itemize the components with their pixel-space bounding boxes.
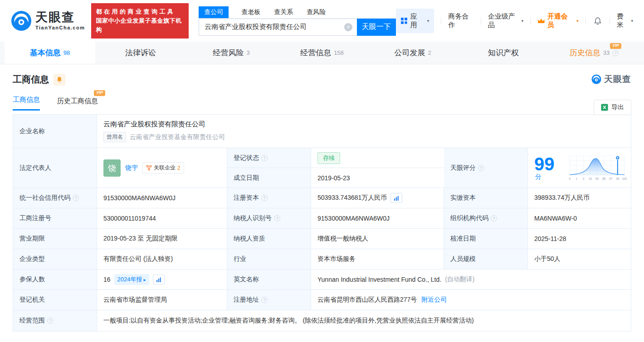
search-tab-relation[interactable]: 查关系 — [273, 6, 294, 18]
clear-input-icon[interactable]: × — [344, 23, 352, 31]
score-unit: 分 — [535, 173, 542, 180]
svg-text:1: 1 — [576, 177, 577, 180]
field-label: 纳税人资质 — [227, 229, 311, 249]
business-info-section: 工商信息 天眼查 工商信息 VIP 历史工商信息 导出 — [0, 64, 644, 332]
score-value: 99 — [534, 154, 555, 174]
taxpayer-id-value: 91530000MA6NWA6W0J — [311, 208, 444, 228]
svg-text:99: 99 — [616, 177, 620, 180]
tianyancha-watermark-icon — [591, 74, 601, 84]
help-icon[interactable]: ? — [261, 195, 268, 201]
svg-text:100: 100 — [622, 177, 627, 180]
capital-trend-icon[interactable] — [390, 193, 402, 203]
tianyancha-logo[interactable]: 天眼查 TianYanCha.com — [11, 10, 85, 31]
banner-line2: 国家中小企业发展子基金旗下机构 — [96, 16, 184, 34]
user-menu[interactable]: 费米 ▾ — [617, 12, 633, 29]
org-code-value: MA6NWA6W-0 — [528, 208, 631, 228]
field-label: 登记状态 ? — [227, 148, 311, 168]
table-row: 企业名称 云南省产业股权投资有限责任公司 曾用名 云南省产业投资基金有限责任公司 — [13, 115, 631, 148]
apps-grid-icon — [401, 18, 407, 24]
establish-date-cell: 2019-05-23 — [311, 168, 444, 188]
divider — [481, 17, 481, 24]
search-tabs: 查公司 查老板 查关系 查风险 — [199, 6, 396, 19]
subtab-business-info[interactable]: 工商信息 — [13, 96, 40, 111]
legal-rep-link[interactable]: 饶宇 — [125, 164, 138, 172]
company-name-cell: 云南省产业股权投资有限责任公司 曾用名 云南省产业投资基金有限责任公司 — [97, 115, 631, 148]
english-name: Yunnan Industrial Investment Fund Co., L… — [317, 276, 441, 283]
svg-text:3: 3 — [582, 177, 584, 180]
field-label: 成立日期 — [227, 168, 311, 188]
insured-trend-icon[interactable] — [153, 275, 165, 284]
field-label: 纳税人识别号 ? — [227, 208, 311, 228]
help-icon[interactable]: ? — [73, 195, 79, 201]
svg-text:0: 0 — [569, 177, 571, 180]
auto-translate-note: (自动翻译) — [445, 275, 474, 284]
approval-date-value: 2025-11-28 — [528, 229, 631, 249]
open-vip-button[interactable]: 开通会员 ▾ — [537, 12, 579, 29]
help-icon[interactable]: ? — [261, 297, 268, 303]
search-input[interactable] — [199, 19, 357, 36]
tab-operation-info[interactable]: 经营信息 158 — [277, 42, 367, 64]
search-tab-company[interactable]: 查公司 — [199, 6, 229, 18]
field-label: 注册地址 ? — [227, 290, 311, 310]
search-tab-risk[interactable]: 查风险 — [306, 6, 327, 18]
help-icon[interactable]: ? — [47, 318, 54, 324]
table-row: 统一社会信用代码 ? 91530000MA6NWA6W0J 注册资本 ? 503… — [13, 188, 631, 208]
help-icon[interactable]: ? — [478, 165, 484, 171]
english-name-cell: Yunnan Industrial Investment Fund Co., L… — [311, 270, 631, 289]
help-icon[interactable]: ? — [491, 215, 497, 222]
vip-badge: VIP — [610, 43, 621, 49]
notifications-bell-icon[interactable] — [594, 17, 602, 25]
monitor-bell-icon[interactable] — [54, 74, 65, 86]
banner-line1: 都在用的商业查询工具 — [96, 7, 184, 16]
tab-basic-info[interactable]: 基本信息 98 — [5, 42, 95, 64]
subtab-history-business-info[interactable]: VIP 历史工商信息 — [57, 97, 98, 111]
table-row: 登记机关 云南省市场监督管理局 注册地址 ? 云南省昆明市西山区人民西路277号… — [13, 290, 631, 310]
reg-address: 云南省昆明市西山区人民西路277号 — [317, 296, 417, 304]
search-tab-boss[interactable]: 查老板 — [240, 6, 261, 18]
nearby-companies-link[interactable]: 附近公司 — [421, 296, 447, 304]
field-label: 企业名称 — [13, 115, 97, 148]
field-label: 组织机构代码 ? — [444, 208, 528, 228]
svg-text:15: 15 — [589, 177, 592, 180]
chevron-down-icon: ▾ — [631, 19, 633, 23]
table-row: 工商注册号 530000011019744 纳税人识别号 ? 91530000M… — [13, 208, 631, 229]
legal-rep-avatar[interactable]: 饶 — [103, 159, 121, 177]
field-label: 营业期限 — [13, 229, 97, 249]
field-label: 参保人数 — [13, 270, 97, 289]
former-name: 云南省产业投资基金有限责任公司 — [130, 133, 225, 141]
tab-legal-litigation[interactable]: 法律诉讼 — [95, 42, 186, 64]
logo-brand-text: 天眼查 — [35, 11, 85, 24]
search-button[interactable]: 天眼一下 — [357, 19, 396, 36]
business-scope-value: 一般项目:以自有资金从事投资活动;企业管理;融资咨询服务;财务咨询。 (除依法须… — [97, 310, 631, 331]
apps-menu-button[interactable]: 应用 ▾ — [396, 9, 434, 33]
taxpayer-quality-value: 增值税一般纳税人 — [311, 229, 444, 249]
paid-capital-value: 398933.74万人民币 — [528, 188, 631, 208]
business-term-value: 2019-05-23 至 无固定期限 — [97, 229, 227, 249]
tab-operation-risk[interactable]: 经营风险 3 — [186, 42, 277, 64]
status-badge: 存续 — [317, 152, 340, 164]
search-block: 查公司 查老板 查关系 查风险 × 天眼一下 — [199, 6, 396, 36]
insured-count-cell: 16 2024年报 ▸ — [97, 270, 227, 289]
company-name: 云南省产业股权投资有限责任公司 — [103, 120, 205, 129]
svg-text:97: 97 — [609, 177, 613, 180]
business-info-subtabs: 工商信息 VIP 历史工商信息 — [13, 96, 631, 111]
field-label: 英文名称 — [227, 270, 311, 289]
score-distribution-chart: 0 1 3 15 50 85 97 99 100 — [567, 154, 627, 183]
help-icon[interactable]: ? — [274, 215, 280, 222]
business-cooperation-link[interactable]: 商务合作 — [448, 12, 473, 29]
help-icon[interactable]: ? — [612, 50, 619, 56]
related-companies-badge[interactable]: 关联企业 2 — [142, 162, 184, 173]
tab-history-info[interactable]: VIP 历史信息 33 ? — [549, 42, 639, 64]
annual-report-badge[interactable]: 2024年报 ▸ — [114, 274, 149, 285]
tab-company-development[interactable]: 公司发展 2 — [367, 42, 458, 64]
svg-text:50: 50 — [595, 177, 599, 180]
help-icon[interactable]: ? — [261, 155, 268, 161]
export-button[interactable]: 导出 — [594, 100, 631, 115]
tianyancha-watermark: 天眼查 — [591, 73, 631, 85]
field-label: 天眼评分 ? — [444, 148, 528, 188]
enterprise-products-menu[interactable]: 企业级产品 ▾ — [488, 12, 524, 29]
tab-intellectual-property[interactable]: 知识产权 — [458, 42, 549, 64]
reg-address-cell: 云南省昆明市西山区人民西路277号 附近公司 — [311, 290, 631, 310]
field-label: 人员规模 — [444, 249, 528, 269]
field-label: 核准日期 — [444, 229, 528, 249]
